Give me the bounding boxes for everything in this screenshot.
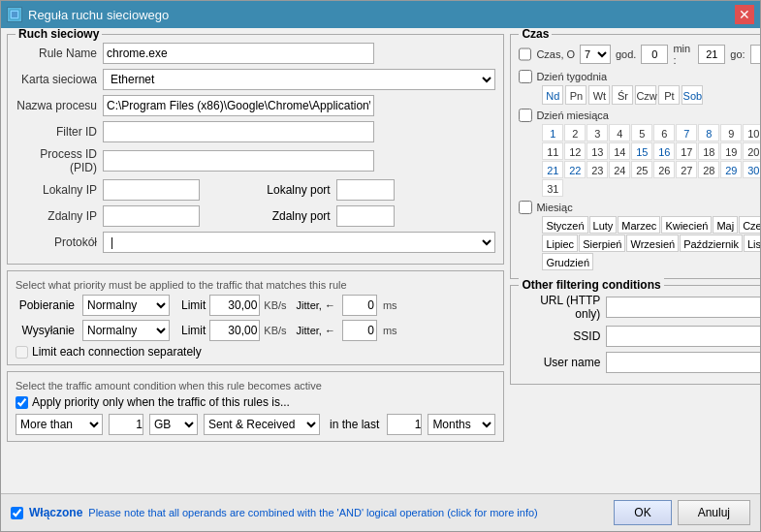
cal-15[interactable]: 15 bbox=[631, 142, 652, 160]
cancel-button[interactable]: Anuluj bbox=[678, 500, 750, 525]
hour-start-select[interactable]: 7 bbox=[580, 45, 611, 64]
month-grudzien[interactable]: Grudzień bbox=[542, 253, 593, 270]
upload-priority-select[interactable]: NormalnyWysokiNiskiZablokowany bbox=[82, 320, 170, 341]
hour-end-input[interactable] bbox=[750, 45, 760, 64]
month-maj[interactable]: Maj bbox=[713, 216, 738, 234]
user-input[interactable] bbox=[606, 352, 760, 373]
month-marzec[interactable]: Marzec bbox=[618, 216, 660, 234]
cal-26[interactable]: 26 bbox=[653, 161, 675, 178]
lokalny-ip-label: Lokalny IP bbox=[16, 183, 103, 197]
lokalny-port-input[interactable] bbox=[336, 179, 395, 201]
direction-select[interactable]: Sent & ReceivedSent onlyReceived only bbox=[204, 414, 320, 435]
ok-button[interactable]: OK bbox=[614, 500, 671, 525]
day-cell-wt[interactable]: Wt bbox=[588, 85, 610, 105]
apply-priority-checkbox[interactable] bbox=[16, 396, 28, 409]
cal-8[interactable]: 8 bbox=[698, 124, 719, 141]
limit-separately-label[interactable]: Limit each connection separately bbox=[16, 345, 495, 359]
nazwa-input[interactable] bbox=[103, 95, 374, 116]
period-select[interactable]: MonthsDaysHours bbox=[428, 414, 495, 435]
month-czerwiec[interactable]: Czerwiec bbox=[739, 216, 760, 234]
cal-27[interactable]: 27 bbox=[676, 161, 697, 178]
month-luty[interactable]: Luty bbox=[589, 216, 618, 234]
cal-11[interactable]: 11 bbox=[542, 142, 563, 160]
limit-separately-checkbox[interactable] bbox=[16, 346, 28, 359]
cal-1[interactable]: 1 bbox=[542, 124, 563, 141]
day-cell-sob[interactable]: Sob bbox=[682, 85, 703, 105]
month-listopad[interactable]: Listopad bbox=[744, 235, 760, 252]
month-lipiec[interactable]: Lipiec bbox=[542, 235, 578, 252]
download-limit-label: Limit bbox=[181, 298, 206, 312]
day-cell-pt[interactable]: Pt bbox=[658, 85, 680, 105]
month-checkbox[interactable] bbox=[519, 201, 532, 214]
cal-3[interactable]: 3 bbox=[587, 124, 608, 141]
bottom-note[interactable]: Please note that all operands are combin… bbox=[88, 507, 608, 518]
apply-priority-label[interactable]: Apply priority only when the traffic of … bbox=[16, 395, 495, 409]
download-ms: ms bbox=[383, 299, 397, 311]
cal-7[interactable]: 7 bbox=[676, 124, 697, 141]
cal-28[interactable]: 28 bbox=[698, 161, 719, 178]
rule-name-label: Rule Name bbox=[16, 47, 103, 60]
download-limit-input[interactable] bbox=[209, 295, 260, 316]
karta-select[interactable]: EthernetWi-FiAll bbox=[103, 69, 495, 90]
main-window: Reguła ruchu sieciowego ✕ Ruch sieciowy … bbox=[0, 0, 761, 532]
day-cell-czw[interactable]: Czw bbox=[635, 85, 656, 105]
more-than-select[interactable]: More thanLess than bbox=[16, 414, 103, 435]
time-checkbox[interactable] bbox=[519, 47, 531, 61]
day-cell-nd[interactable]: Nd bbox=[542, 85, 563, 105]
cal-24[interactable]: 24 bbox=[609, 161, 630, 178]
enabled-label: Włączone bbox=[29, 506, 82, 519]
cal-31[interactable]: 31 bbox=[542, 179, 563, 197]
cal-29[interactable]: 29 bbox=[720, 161, 742, 178]
cal-6[interactable]: 6 bbox=[653, 124, 675, 141]
cal-5[interactable]: 5 bbox=[631, 124, 652, 141]
ssid-input[interactable] bbox=[606, 326, 760, 347]
cal-19[interactable]: 19 bbox=[720, 142, 742, 160]
month-pazdziernik[interactable]: Październik bbox=[680, 235, 743, 252]
process-id-input[interactable] bbox=[103, 150, 374, 172]
day-week-checkbox[interactable] bbox=[519, 70, 532, 83]
cal-20[interactable]: 20 bbox=[743, 142, 760, 160]
cal-10[interactable]: 10 bbox=[743, 124, 760, 141]
month-wrzesien[interactable]: Wrzesień bbox=[626, 235, 679, 252]
day-cell-pn[interactable]: Pn bbox=[565, 85, 587, 105]
cal-4[interactable]: 4 bbox=[609, 124, 630, 141]
cal-21[interactable]: 21 bbox=[542, 161, 563, 178]
period-value-input[interactable] bbox=[387, 414, 422, 435]
download-jitter-input[interactable] bbox=[342, 295, 377, 316]
traffic-value-input[interactable] bbox=[109, 414, 143, 435]
min-end-input[interactable] bbox=[698, 45, 725, 64]
cal-17[interactable]: 17 bbox=[676, 142, 697, 160]
download-priority-select[interactable]: NormalnyWysokiNiskiZablokowany bbox=[82, 295, 170, 316]
month-styczen[interactable]: Styczeń bbox=[542, 216, 587, 234]
rule-name-input[interactable] bbox=[103, 43, 374, 64]
min-start-input[interactable] bbox=[641, 45, 668, 64]
day-cell-sr[interactable]: Śr bbox=[612, 85, 633, 105]
cal-2[interactable]: 2 bbox=[564, 124, 586, 141]
upload-jitter-input[interactable] bbox=[342, 320, 377, 341]
cal-22[interactable]: 22 bbox=[564, 161, 586, 178]
nazwa-label: Nazwa procesu bbox=[16, 99, 103, 112]
cal-25[interactable]: 25 bbox=[631, 161, 652, 178]
lokalny-ip-input[interactable] bbox=[103, 179, 200, 201]
cal-23[interactable]: 23 bbox=[587, 161, 608, 178]
cal-12[interactable]: 12 bbox=[564, 142, 586, 160]
unit-select[interactable]: GBMBKB bbox=[149, 414, 198, 435]
filter-id-input[interactable] bbox=[103, 121, 374, 142]
cal-18[interactable]: 18 bbox=[698, 142, 719, 160]
zdalny-ip-input[interactable] bbox=[103, 205, 200, 227]
protokol-select[interactable]: |TCPUDPICMP bbox=[103, 232, 495, 253]
cal-9[interactable]: 9 bbox=[720, 124, 742, 141]
cal-30[interactable]: 30 bbox=[743, 161, 760, 178]
upload-limit-input[interactable] bbox=[209, 320, 260, 341]
month-sierpien[interactable]: Sierpień bbox=[579, 235, 625, 252]
cal-14[interactable]: 14 bbox=[609, 142, 630, 160]
url-input[interactable] bbox=[606, 297, 760, 318]
cal-16[interactable]: 16 bbox=[653, 142, 675, 160]
window-title: Reguła ruchu sieciowego bbox=[28, 8, 169, 22]
cal-13[interactable]: 13 bbox=[587, 142, 608, 160]
month-kwiecien[interactable]: Kwiecień bbox=[661, 216, 712, 234]
enabled-checkbox[interactable] bbox=[11, 507, 23, 519]
close-button[interactable]: ✕ bbox=[735, 5, 754, 24]
zdalny-port-input[interactable] bbox=[336, 205, 395, 227]
day-month-checkbox[interactable] bbox=[519, 109, 532, 122]
